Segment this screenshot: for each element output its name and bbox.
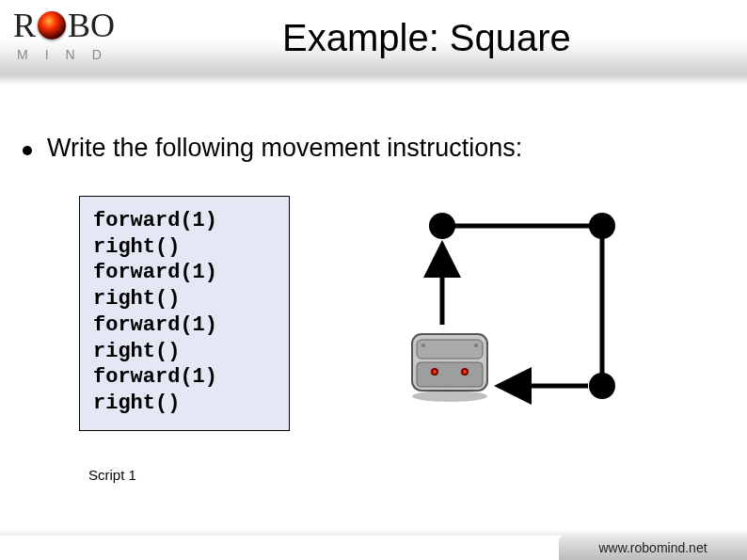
- logo-subtext: MIND: [17, 47, 173, 62]
- svg-point-16: [474, 344, 478, 347]
- svg-point-12: [433, 370, 437, 374]
- code-line: right(): [93, 392, 180, 415]
- svg-point-14: [463, 370, 467, 374]
- logo-top-row: R BO: [13, 6, 173, 45]
- code-line: right(): [93, 235, 180, 259]
- code-line: forward(1): [93, 261, 217, 284]
- logo-orb-icon: [38, 11, 66, 40]
- code-line: forward(1): [93, 365, 217, 389]
- logo-letter-r: R: [13, 6, 36, 45]
- script-label: Script 1: [88, 467, 136, 483]
- robot-icon: [412, 334, 487, 402]
- svg-point-2: [429, 213, 455, 239]
- bullet-icon: [23, 146, 32, 155]
- footer-link: www.robomind.net: [559, 536, 747, 560]
- instruction-text: Write the following movement instruction…: [47, 134, 522, 163]
- svg-point-3: [589, 213, 615, 239]
- svg-point-17: [412, 391, 487, 402]
- logo: R BO MIND: [13, 6, 173, 62]
- logo-letters-bo: BO: [68, 6, 115, 45]
- svg-rect-10: [417, 362, 483, 387]
- code-box: forward(1) right() forward(1) right() fo…: [79, 196, 290, 431]
- code-line: right(): [93, 287, 180, 311]
- code-line: right(): [93, 340, 180, 363]
- page-title: Example: Square: [282, 17, 571, 59]
- code-line: forward(1): [93, 313, 217, 337]
- svg-point-15: [421, 344, 425, 347]
- svg-point-4: [589, 373, 615, 399]
- svg-rect-9: [417, 340, 483, 359]
- square-path-diagram: [395, 202, 640, 419]
- code-line: forward(1): [93, 209, 217, 232]
